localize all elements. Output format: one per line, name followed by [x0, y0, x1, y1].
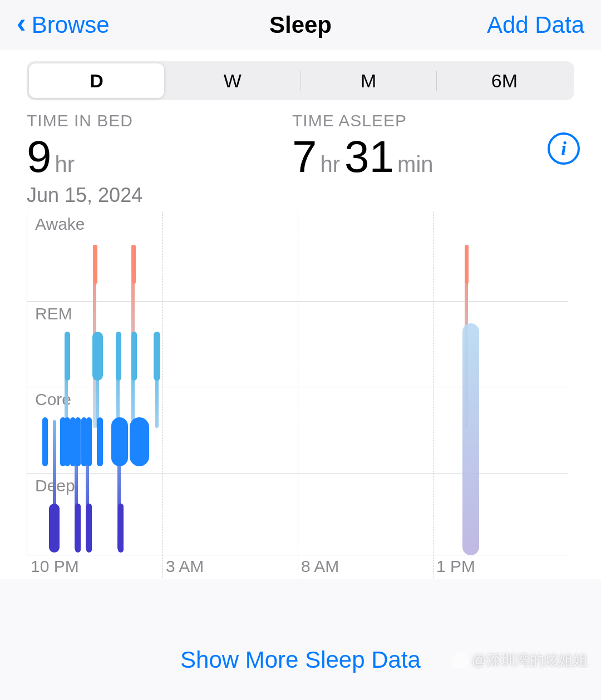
- sleep-segment-deep: [75, 504, 81, 553]
- sleep-segment-awake: [132, 245, 136, 284]
- sleep-segment-inbed: [462, 323, 479, 555]
- sleep-segment-core: [65, 417, 70, 466]
- time-asleep: TIME ASLEEP 7 hr 31 min: [292, 111, 574, 183]
- back-button[interactable]: ‹ Browse: [17, 9, 110, 41]
- date-text: Jun 15, 2024: [0, 183, 601, 211]
- sleep-segment-core: [130, 417, 149, 466]
- sleep-segment-deep: [49, 504, 60, 553]
- sleep-segment-awake: [465, 245, 469, 284]
- sleep-segment-deep: [86, 504, 92, 553]
- time-in-bed-value: 9: [27, 131, 52, 183]
- time-asleep-min-unit: min: [397, 152, 433, 177]
- segment-six-month[interactable]: 6M: [437, 63, 572, 98]
- segment-month[interactable]: M: [301, 63, 436, 98]
- sleep-chart[interactable]: AwakeREMCoreDeep10 PM3 AM8 AM1 PM: [27, 211, 601, 579]
- segment-week[interactable]: W: [165, 63, 300, 98]
- add-data-button[interactable]: Add Data: [487, 12, 584, 38]
- sleep-segment-rem: [116, 332, 121, 381]
- segment-day[interactable]: D: [29, 63, 164, 98]
- time-in-bed-unit: hr: [55, 152, 75, 177]
- sleep-segment-core: [86, 417, 92, 466]
- stage-label-rem: REM: [35, 304, 72, 323]
- sleep-segment-rem: [154, 332, 160, 381]
- sleep-segment-rem: [65, 332, 70, 381]
- watermark: @深圳湾的炫姐姐: [452, 650, 588, 670]
- weibo-icon: [452, 652, 469, 669]
- x-tick-label: 1 PM: [436, 557, 475, 576]
- content-panel: D W M 6M TIME IN BED 9 hr TIME ASLEEP 7 …: [0, 50, 601, 579]
- sleep-segment-deep: [118, 504, 124, 553]
- page-title: Sleep: [269, 12, 332, 38]
- sleep-segment-awake: [94, 245, 97, 284]
- sleep-segment-core: [111, 417, 128, 466]
- time-asleep-min: 31: [344, 131, 394, 183]
- time-asleep-hr: 7: [292, 131, 317, 183]
- sleep-segment-core: [75, 417, 81, 466]
- time-in-bed-label: TIME IN BED: [27, 111, 309, 130]
- nav-bar: ‹ Browse Sleep Add Data: [0, 0, 601, 50]
- summary-row: TIME IN BED 9 hr TIME ASLEEP 7 hr 31 min…: [0, 100, 601, 183]
- back-label: Browse: [32, 12, 110, 38]
- sleep-segment-core: [42, 417, 48, 466]
- chart-plot-area: AwakeREMCoreDeep10 PM3 AM8 AM1 PM: [27, 211, 568, 555]
- watermark-text: @深圳湾的炫姐姐: [472, 650, 588, 670]
- time-asleep-hr-unit: hr: [321, 152, 341, 177]
- info-icon[interactable]: i: [548, 132, 580, 165]
- x-tick-label: 3 AM: [166, 557, 204, 576]
- time-asleep-label: TIME ASLEEP: [292, 111, 574, 130]
- sleep-segment-core: [97, 417, 103, 466]
- sleep-segment-rem: [131, 332, 137, 381]
- stage-label-awake: Awake: [35, 215, 85, 234]
- time-in-bed: TIME IN BED 9 hr: [27, 111, 309, 183]
- sleep-segment-rem: [92, 332, 103, 381]
- x-tick-label: 10 PM: [31, 557, 79, 576]
- chevron-left-icon: ‹: [17, 7, 26, 39]
- period-segmented-control[interactable]: D W M 6M: [27, 61, 574, 100]
- x-tick-label: 8 AM: [301, 557, 339, 576]
